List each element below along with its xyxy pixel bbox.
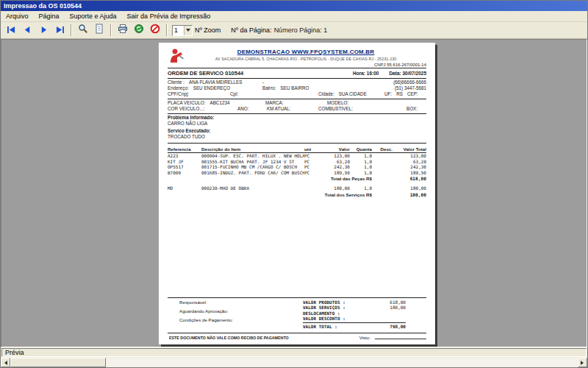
total-pecas-label: Total das Peças R$ [168, 175, 372, 182]
first-page-icon [7, 24, 16, 37]
table-row: MO 000239-MAO DE OBRA 180,00 1,0 180,00 [168, 185, 426, 191]
toolbar-separator [71, 24, 72, 36]
document-blank-space [168, 198, 426, 297]
placa-label: PLACA VEICULO: [168, 100, 205, 105]
vehicle-row-1: PLACA VEICULO:ABC1234 MARCA: MODELO: [168, 100, 426, 106]
cidade-value: SUA CIDADE [339, 91, 367, 96]
client-phone-1: (66)66666-6666 [369, 79, 426, 85]
first-page-button[interactable] [4, 24, 18, 37]
total-pecas-value: 618,00 [392, 175, 426, 182]
scroll-left-button[interactable] [1, 358, 10, 367]
valor-total-label: VALOR TOTAL : [303, 324, 376, 330]
cidade-label: Cidade: [318, 91, 334, 96]
uf-value: RS [396, 91, 403, 96]
endereco-label: Endereço: [168, 85, 189, 91]
header-uni: uni [304, 146, 320, 152]
client-section: Cliente :ANA FLAVIA MEIRELLES - (66)6666… [168, 79, 426, 99]
menu-pagina[interactable]: Página [34, 12, 65, 21]
scrollbar-track[interactable] [106, 358, 578, 367]
total-servicos-value: 180,00 [392, 191, 426, 198]
valor-produtos-row: VALOR PRODUTOS : 618,00 [303, 300, 406, 305]
toolbar: 1 Nº Zoom Nº da Página: Número Página: 1 [1, 22, 587, 39]
valor-desconto-row: VALOR DESCONTO : [303, 316, 406, 322]
close-preview-button[interactable] [148, 24, 162, 37]
zoom-label: Nº Zoom [195, 26, 220, 34]
header-valor-total: Valor Total [392, 146, 426, 152]
total-servicos-row: Total dos Serviços R$ 180,00 [168, 191, 426, 198]
cep-label: CEP: [407, 91, 418, 96]
servico-value: TROCADO TUDO [168, 134, 426, 140]
last-page-button[interactable] [52, 24, 67, 37]
endereco-value: SEU ENDEREÇO [193, 85, 230, 91]
client-dash: - [262, 79, 369, 85]
vehicle-section: PLACA VEICULO:ABC1234 MARCA: MODELO: COR… [168, 99, 426, 114]
scroll-left-icon [2, 361, 7, 365]
footer-signature-block: Responsável: Aguardando Aprovação: Condi… [168, 300, 303, 330]
service-order-document: DEMONSTRACAO WWW.FPQSYSTEM.COM.BR AV SAC… [159, 43, 435, 344]
deslocamento-row: DESLOCAMENTO : [303, 311, 406, 316]
km-label: KM ATUAL: [267, 106, 318, 112]
page-icon [94, 24, 104, 37]
chevron-down-icon[interactable] [184, 26, 192, 35]
prev-page-button[interactable] [20, 24, 35, 37]
print-preview-window: Impressao da OS 010544 Arquivo Página Su… [0, 0, 588, 368]
box-label: BOX: [406, 106, 426, 112]
settings-button[interactable] [132, 24, 146, 37]
horizontal-scrollbar[interactable] [1, 358, 587, 367]
header-valor: Valor [320, 146, 350, 152]
toolbar-separator [110, 24, 112, 36]
preview-area[interactable]: DEMONSTRACAO WWW.FPQSYSTEM.COM.BR AV SAC… [1, 39, 587, 347]
table-row: KIT JF 001555-KIT BUCHA PART. JF 1234 V … [168, 159, 426, 165]
scroll-right-icon [581, 361, 586, 365]
ano-label: ANO: [237, 106, 267, 112]
order-title-row: ORDEM DE SERVICO 010544 Hora: 16:00 Data… [168, 68, 426, 79]
window-title: Impressao da OS 010544 [4, 2, 82, 10]
problema-label: Problema Informado: [168, 115, 426, 121]
company-cnpj: CNPJ 55.616.267/0001-14 [374, 63, 426, 67]
zoom-select[interactable]: 1 [172, 25, 193, 36]
bairro-label: Bairro: [262, 85, 276, 91]
order-date: Data: 30/07/2025 [389, 71, 426, 76]
visto-label: Visto: [359, 335, 370, 340]
cor-label: COR VEICULO...: [168, 106, 237, 112]
settings-icon [134, 24, 144, 37]
status-text: Prévia [1, 348, 587, 357]
menu-arquivo[interactable]: Arquivo [1, 12, 34, 21]
zoom-button[interactable] [76, 24, 90, 37]
footer-totals-block: VALOR PRODUTOS : 618,00 VALOR SERVIÇOS :… [303, 300, 406, 330]
status-bar: Prévia [1, 347, 587, 358]
scrollbar-thumb[interactable] [10, 358, 106, 367]
bairro-value: SEU BAIRRO [281, 85, 309, 91]
page-setup-button[interactable] [92, 24, 107, 37]
items-table-header: Referencia Descrição do Item uni Valor Q… [168, 145, 426, 153]
scroll-right-button[interactable] [578, 358, 587, 367]
table-row: B7000 001685-INDUZ. PART. FORD CAR/ COM … [168, 170, 426, 176]
valor-total-row: VALOR TOTAL : 798,00 [303, 322, 406, 330]
menu-bar: Arquivo Página Suporte e Ajuda Sair da P… [1, 11, 587, 22]
header-descricao: Descrição do Item [201, 146, 304, 152]
uf-label: UF: [384, 91, 392, 96]
last-page-icon [55, 24, 65, 37]
client-row-3: CPF/Cnpj: Cpl: Cidade:SUA CIDADE UF:RSCE… [168, 91, 426, 97]
prev-page-icon [23, 24, 32, 37]
menu-sair-previa[interactable]: Sair da Prévia de Impressão [122, 12, 216, 21]
cliente-value: ANA FLAVIA MEIRELLES [189, 79, 242, 85]
next-page-icon [39, 24, 49, 37]
header-desc: Desc. [372, 146, 392, 152]
cpf-label: CPF/Cnpj: [168, 91, 230, 97]
print-button[interactable] [115, 24, 130, 37]
company-block: DEMONSTRACAO WWW.FPQSYSTEM.COM.BR AV SAC… [185, 47, 426, 61]
toolbar-separator [166, 24, 168, 36]
valor-total-value: 798,00 [376, 324, 406, 330]
total-pecas-row: Total das Peças R$ 618,00 [168, 175, 426, 182]
company-logo-icon [168, 48, 185, 64]
menu-suporte-ajuda[interactable]: Suporte e Ajuda [65, 12, 122, 21]
title-bar[interactable]: Impressao da OS 010544 [1, 1, 587, 11]
valor-servicos-row: VALOR SERVIÇOS : 180,00 [303, 305, 406, 311]
vehicle-row-2: COR VEICULO...: ANO: KM ATUAL: COMBUSTIV… [168, 106, 426, 112]
cancel-icon [150, 24, 160, 37]
header-quanta: Quanta [350, 146, 372, 152]
client-phone-2: (51) 3447-5681 [369, 85, 426, 91]
problema-value: CARRO NÃO LIGA [168, 121, 426, 127]
next-page-button[interactable] [36, 24, 51, 37]
